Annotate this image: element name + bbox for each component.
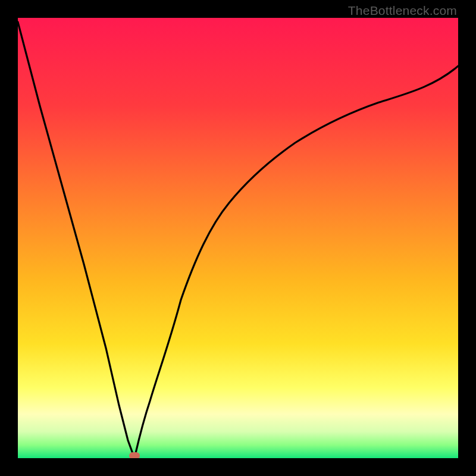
chart-frame: TheBottleneck.com <box>0 0 476 476</box>
curve-left-branch <box>18 22 134 458</box>
curve-right-branch <box>134 66 458 458</box>
min-marker <box>129 452 140 458</box>
bottleneck-curve <box>18 18 458 458</box>
watermark-text: TheBottleneck.com <box>348 4 457 18</box>
plot-area <box>18 18 458 458</box>
